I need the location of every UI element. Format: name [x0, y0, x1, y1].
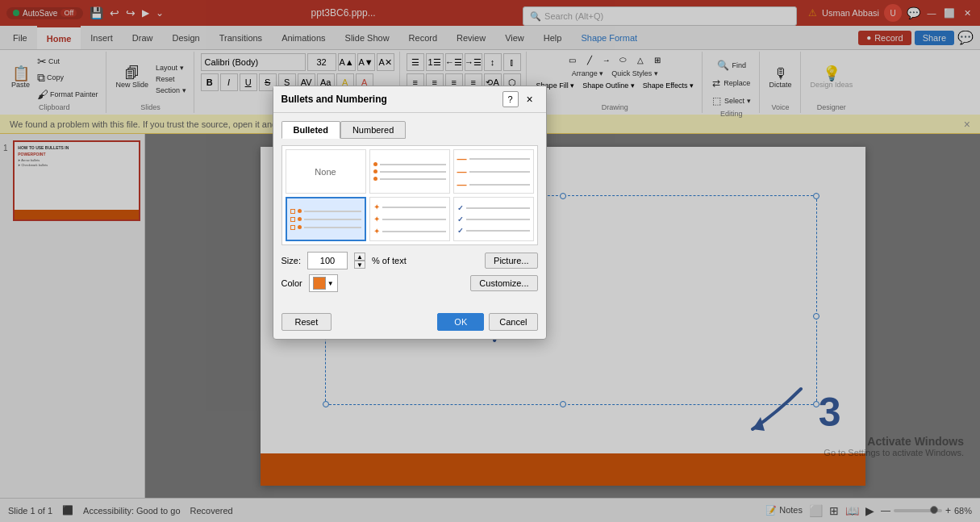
dialog-tabs: Bulleted Numbered [281, 121, 538, 139]
color-picker-btn[interactable]: ▼ [309, 274, 338, 292]
dialog-body: Bulleted Numbered None [273, 113, 546, 308]
dialog-help-btn[interactable]: ? [503, 91, 519, 107]
reset-btn[interactable]: Reset [281, 313, 332, 331]
bullets-numbering-dialog: Bullets and Numbering ? × Bulleted Numbe… [273, 86, 547, 340]
bullet-squares[interactable] [286, 197, 366, 241]
bullet-checks[interactable]: ✓ ✓ ✓ [453, 197, 534, 241]
bullet-none[interactable]: None [286, 149, 366, 194]
bullet-stars[interactable]: ✦ ✦ ✦ [369, 197, 450, 241]
size-up-btn[interactable]: ▲ [354, 253, 365, 261]
bullet-filled-dots[interactable] [369, 149, 450, 194]
dialog-title-bar: Bullets and Numbering ? × [273, 86, 546, 113]
color-swatch [313, 277, 326, 290]
dialog-close-btn[interactable]: × [522, 91, 538, 107]
color-label: Color [281, 278, 302, 288]
dialog-footer: Reset OK Cancel [273, 308, 546, 339]
bullet-grid: None — — — [281, 145, 538, 245]
dialog-title: Bullets and Numbering [281, 94, 387, 105]
size-value-input[interactable] [307, 252, 348, 269]
customize-btn[interactable]: Customize... [470, 275, 537, 291]
tab-bulleted[interactable]: Bulleted [281, 121, 340, 139]
picture-btn[interactable]: Picture... [485, 253, 537, 269]
size-spinner: ▲ ▼ [354, 253, 365, 269]
size-label: Size: [281, 256, 301, 265]
dialog-color-row: Color ▼ Customize... [281, 274, 538, 292]
ok-btn[interactable]: OK [437, 313, 484, 331]
dialog-overlay: Bullets and Numbering ? × Bulleted Numbe… [0, 0, 980, 522]
tab-numbered[interactable]: Numbered [340, 121, 406, 139]
percent-label: % of text [372, 256, 407, 265]
cancel-btn[interactable]: Cancel [489, 313, 537, 331]
bullet-dashes[interactable]: — — — [453, 149, 534, 194]
size-down-btn[interactable]: ▼ [354, 261, 365, 269]
dialog-size-row: Size: ▲ ▼ % of text Picture... [281, 252, 538, 269]
